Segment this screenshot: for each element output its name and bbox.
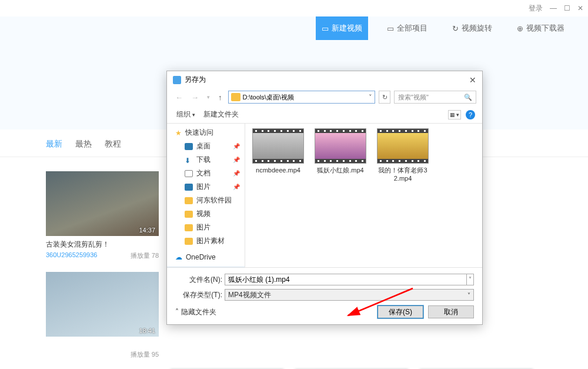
- video-file-icon: [252, 128, 304, 164]
- file-item[interactable]: ncmbdeee.mp4: [252, 128, 304, 174]
- nav-history-button[interactable]: ▾: [205, 94, 212, 100]
- video-duration: 14:37: [139, 227, 155, 234]
- pin-icon: 📌: [233, 170, 240, 177]
- new-folder-button[interactable]: 新建文件夹: [203, 109, 239, 119]
- folder-icon: [185, 238, 193, 245]
- pin-icon: 📌: [233, 157, 240, 163]
- star-icon: ★: [175, 129, 182, 137]
- filename-label: 文件名(N):: [175, 275, 222, 285]
- chevron-down-icon: ˅: [467, 292, 470, 298]
- dialog-close-button[interactable]: ✕: [469, 75, 476, 85]
- filetype-label: 保存类型(T):: [175, 290, 222, 300]
- maximize-button[interactable]: ☐: [564, 4, 570, 12]
- tab-tutorial[interactable]: 教程: [105, 139, 121, 149]
- refresh-button[interactable]: ↻: [379, 91, 390, 104]
- tree-label: 图片: [196, 222, 211, 232]
- video-downloader-label: 视频下载器: [526, 23, 564, 34]
- chevron-up-icon: ˄: [175, 308, 179, 316]
- file-list: ncmbdeee.mp4 狐妖小红娘.mp4 我的！体育老师32.mp4: [245, 124, 482, 267]
- search-input[interactable]: 搜索"视频" 🔍: [394, 91, 476, 104]
- dialog-bottom: 文件名(N): ˅ 保存类型(T): MP4视频文件 ˅ ˄ 隐藏文件夹 保存(…: [167, 267, 482, 324]
- tree-onedrive[interactable]: ☁OneDrive: [167, 251, 245, 263]
- tree-folder[interactable]: 图片素材: [167, 234, 245, 248]
- folder-icon: ▭: [387, 24, 394, 33]
- video-author[interactable]: 360U2965259936: [46, 251, 97, 260]
- video-file-icon: [377, 128, 429, 164]
- chevron-down-icon[interactable]: ˅: [369, 94, 372, 101]
- nav-back-button[interactable]: ←: [173, 93, 185, 102]
- file-name: 狐妖小红娘.mp4: [315, 166, 366, 174]
- save-as-dialog: 另存为 ✕ ← → ▾ ↑ D:\tools\桌面\视频 ˅ ↻ 搜索"视频" …: [166, 71, 483, 325]
- dialog-titlebar: 另存为 ✕: [167, 71, 482, 88]
- app-icon: [173, 76, 181, 84]
- filename-dropdown[interactable]: ˅: [467, 274, 474, 285]
- tree-desktop[interactable]: 桌面📌: [167, 139, 245, 153]
- tree-label: OneDrive: [186, 253, 216, 261]
- filename-input[interactable]: [225, 274, 467, 285]
- desktop-icon: [185, 143, 193, 150]
- tree-downloads[interactable]: ⬇下载📌: [167, 153, 245, 167]
- close-button[interactable]: ✕: [577, 4, 583, 12]
- cancel-button[interactable]: 取消: [428, 305, 474, 318]
- address-bar[interactable]: D:\tools\桌面\视频 ˅: [228, 91, 376, 104]
- video-duration: 18:41: [139, 327, 155, 334]
- video-file-icon: [315, 128, 366, 164]
- save-button[interactable]: 保存(S): [377, 305, 423, 318]
- minimize-button[interactable]: —: [550, 4, 557, 12]
- pin-icon: 📌: [233, 184, 240, 190]
- view-options-button[interactable]: ▦ ▾: [448, 110, 461, 119]
- video-card[interactable]: 18:41 播放量 95: [46, 272, 159, 359]
- video-thumbnail: 14:37: [46, 171, 159, 236]
- file-item[interactable]: 狐妖小红娘.mp4: [315, 128, 366, 174]
- tree-label: 桌面: [196, 141, 211, 151]
- tab-hottest[interactable]: 最热: [75, 139, 92, 149]
- folder-icon: [185, 224, 193, 231]
- video-plays: 播放量 95: [131, 350, 159, 359]
- file-name: 我的！体育老师32.mp4: [377, 166, 429, 183]
- address-path: D:\tools\桌面\视频: [243, 93, 294, 102]
- tree-label: 图片: [196, 182, 211, 192]
- organize-menu[interactable]: 组织 ▾: [176, 109, 195, 119]
- video-card[interactable]: 14:37 古装美女混剪乱剪！ 360U2965259936 播放量 78: [46, 171, 159, 260]
- tree-pictures[interactable]: 图片📌: [167, 180, 245, 194]
- tree-label: 图片素材: [196, 236, 225, 246]
- all-projects-label: 全部项目: [397, 23, 427, 34]
- help-button[interactable]: ?: [466, 110, 475, 119]
- pin-icon: 📌: [233, 143, 240, 149]
- folder-icon: [185, 197, 193, 204]
- cloud-icon: ☁: [175, 253, 182, 261]
- tree-quick-access[interactable]: ★快速访问: [167, 126, 245, 139]
- folder-icon: [185, 211, 193, 218]
- nav-forward-button[interactable]: →: [189, 93, 201, 102]
- tree-folder[interactable]: 河东软件园: [167, 194, 245, 207]
- filetype-select[interactable]: MP4视频文件 ˅: [225, 289, 474, 301]
- login-link[interactable]: 登录: [529, 4, 543, 14]
- tree-folder[interactable]: 图片: [167, 221, 245, 234]
- new-video-button[interactable]: ▭ 新建视频: [316, 16, 368, 40]
- video-rotate-button[interactable]: ↻ 视频旋转: [446, 16, 498, 40]
- tree-label: 快速访问: [185, 128, 213, 138]
- hide-folders-toggle[interactable]: ˄ 隐藏文件夹: [175, 307, 216, 317]
- video-downloader-button[interactable]: ⊕ 视频下载器: [511, 16, 570, 40]
- tree-label: 河东软件园: [196, 195, 232, 205]
- tree-label: 视频: [196, 209, 211, 219]
- tree-label: 下载: [196, 155, 211, 165]
- file-name: ncmbdeee.mp4: [252, 166, 304, 174]
- download-icon: ⬇: [185, 157, 193, 164]
- nav-up-button[interactable]: ↑: [216, 93, 225, 102]
- tree-label: 文档: [196, 168, 211, 178]
- new-video-label: 新建视频: [332, 23, 362, 34]
- main-toolbar: ▭ 新建视频 ▭ 全部项目 ↻ 视频旋转 ⊕ 视频下载器: [0, 16, 588, 40]
- dialog-toolbar: 组织 ▾ 新建文件夹 ▦ ▾ ?: [167, 106, 482, 124]
- video-title: [46, 340, 159, 348]
- tree-documents[interactable]: 文档📌: [167, 167, 245, 180]
- window-titlebar: 登录 — ☐ ✕: [0, 0, 588, 16]
- folder-tree: ★快速访问 桌面📌 ⬇下载📌 文档📌 图片📌 河东软件园 视频 图片 图片素材 …: [167, 124, 245, 267]
- tree-folder[interactable]: 视频: [167, 207, 245, 221]
- file-item[interactable]: 我的！体育老师32.mp4: [377, 128, 429, 183]
- rotate-icon: ↻: [452, 24, 459, 33]
- all-projects-button[interactable]: ▭ 全部项目: [381, 16, 433, 40]
- tab-latest[interactable]: 最新: [46, 139, 62, 149]
- pictures-icon: [185, 184, 193, 191]
- video-grid-row2: 02:59 《重返20岁》鹿晗… Raymond坏猴子 播放量 60 chenf…: [0, 359, 588, 369]
